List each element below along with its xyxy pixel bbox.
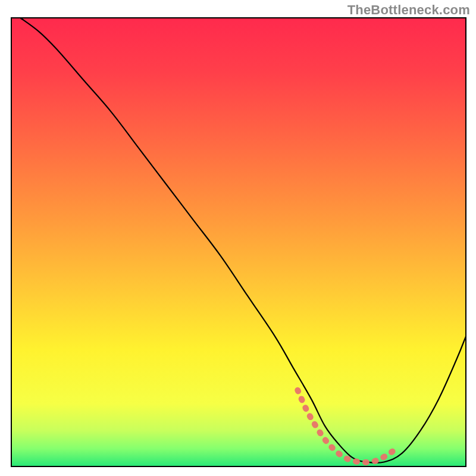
attribution-text: TheBottleneck.com [347, 2, 470, 18]
chart-container: TheBottleneck.com [0, 0, 476, 476]
bottleneck-chart [0, 0, 476, 476]
plot-background [11, 18, 466, 466]
